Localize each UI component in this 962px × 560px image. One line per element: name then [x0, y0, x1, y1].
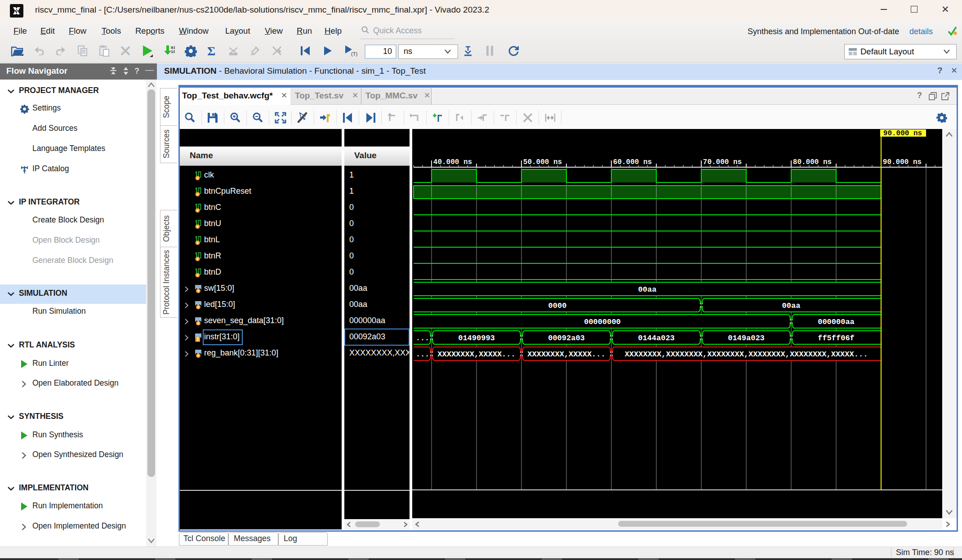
svg-text:XXXXXXXX,XXXXX...: XXXXXXXX,XXXXX...: [527, 350, 605, 359]
svg-text:80.000 ns: 80.000 ns: [793, 158, 832, 166]
svg-text:00000000: 00000000: [584, 318, 621, 326]
svg-text:ff5ff06f: ff5ff06f: [818, 334, 855, 342]
svg-text:...: ...: [416, 334, 430, 342]
svg-text:90.000 ns: 90.000 ns: [883, 158, 922, 166]
svg-text:XXXXXXXX,XXXXX...: XXXXXXXX,XXXXX...: [437, 350, 515, 359]
svg-text:(T): (T): [351, 51, 357, 57]
svg-text:0149a023: 0149a023: [728, 334, 765, 342]
svg-text:40.000 ns: 40.000 ns: [433, 158, 472, 166]
svg-text:0000: 0000: [548, 302, 567, 310]
svg-text:00aa: 00aa: [638, 285, 657, 294]
svg-text:Σ: Σ: [207, 45, 215, 57]
svg-text:...: ...: [416, 350, 430, 359]
svg-text:0144a023: 0144a023: [638, 334, 675, 342]
svg-text:50.000 ns: 50.000 ns: [523, 158, 562, 166]
svg-text:60.000 ns: 60.000 ns: [613, 158, 652, 166]
svg-text:70.000 ns: 70.000 ns: [703, 158, 742, 166]
svg-text:10: 10: [171, 50, 175, 54]
svg-text:000000aa: 000000aa: [818, 318, 855, 326]
svg-text:90.000 ns: 90.000 ns: [883, 129, 922, 138]
svg-text:00aa: 00aa: [782, 302, 801, 310]
svg-text:00092a03: 00092a03: [548, 334, 585, 342]
svg-text:01490993: 01490993: [458, 334, 495, 342]
svg-text:XXXXXXXX,XXXXXXXX,XXXXXXXX,XXX: XXXXXXXX,XXXXXXXX,XXXXXXXX,XXXXXXXX,XXXX…: [625, 350, 868, 359]
